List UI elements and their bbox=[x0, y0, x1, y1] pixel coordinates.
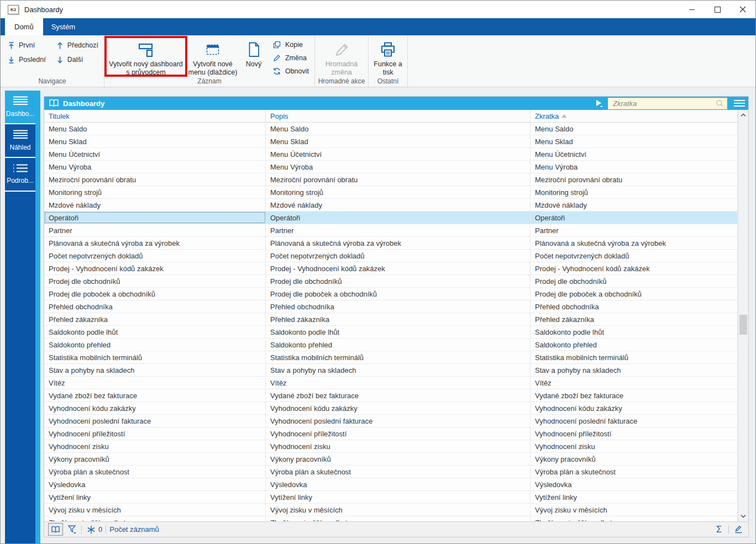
table-cell[interactable]: Vyhodnocení poslední fakturace bbox=[531, 415, 738, 427]
table-cell[interactable]: Meziroční porovnání obratu bbox=[531, 173, 738, 186]
table-cell[interactable]: Operátoři bbox=[44, 212, 266, 224]
table-cell[interactable]: Plánovaná a skutečná výroba za výrobek bbox=[531, 237, 738, 249]
table-cell[interactable]: Vyhodnocení příležitostí bbox=[44, 427, 266, 440]
table-cell[interactable]: Stav a pohyby na skladech bbox=[44, 364, 266, 376]
change-button[interactable]: Změna bbox=[272, 52, 309, 64]
next-button[interactable]: Další bbox=[54, 54, 101, 66]
table-cell[interactable]: Plánovaná a skutečná výroba za výrobek bbox=[44, 237, 266, 249]
table-cell[interactable]: Vyhodnocení zisku bbox=[266, 440, 531, 452]
table-cell[interactable]: Menu Saldo bbox=[266, 123, 531, 135]
table-cell[interactable]: Vývoj zisku v měsících bbox=[266, 504, 531, 516]
table-cell[interactable]: Prodej dle obchodníků bbox=[266, 275, 531, 287]
table-row[interactable]: VýsledovkaVýsledovkaVýsledovka bbox=[44, 478, 738, 491]
table-cell[interactable]: Vývoj zisku v měsících bbox=[531, 504, 738, 516]
first-button[interactable]: První bbox=[5, 39, 48, 51]
vertical-scrollbar[interactable] bbox=[738, 110, 748, 521]
table-row[interactable]: Plánovaná a skutečná výroba za výrobekPl… bbox=[44, 237, 738, 250]
table-cell[interactable]: Vydané zboží bez fakturace bbox=[531, 389, 738, 402]
table-cell[interactable]: Zboží s nejvyšším odbytem bbox=[266, 516, 531, 521]
table-cell[interactable]: Zboží s nejvyšším odbytem bbox=[44, 516, 266, 521]
table-cell[interactable]: Mzdové náklady bbox=[531, 199, 738, 211]
table-row[interactable]: Výroba plán a skutečnostVýroba plán a sk… bbox=[44, 466, 738, 478]
close-button[interactable] bbox=[730, 1, 755, 18]
table-row[interactable]: PartnerPartnerPartner bbox=[44, 224, 738, 237]
table-cell[interactable]: Saldokonto podle lhůt bbox=[44, 326, 266, 338]
copy-button[interactable]: Kopie bbox=[272, 39, 309, 50]
table-cell[interactable]: Menu Sklad bbox=[266, 135, 531, 147]
table-cell[interactable]: Prodej - Vyhodnocení kódů zakázek bbox=[531, 262, 738, 274]
table-row[interactable]: Prodej dle obchodníkůProdej dle obchodní… bbox=[44, 275, 738, 288]
table-cell[interactable]: Statistika mobilních terminálů bbox=[44, 351, 266, 363]
table-row[interactable]: Meziroční porovnání obratuMeziroční poro… bbox=[44, 173, 738, 186]
table-cell[interactable]: Mzdové náklady bbox=[44, 199, 266, 211]
table-row[interactable]: Vyhodnocení příležitostíVyhodnocení příl… bbox=[44, 427, 738, 440]
book-view-toggle[interactable] bbox=[48, 523, 63, 536]
table-cell[interactable]: Výsledovka bbox=[531, 478, 738, 490]
table-cell[interactable]: Vydané zboží bez fakturace bbox=[266, 389, 531, 402]
quick-edit-button[interactable] bbox=[732, 524, 744, 535]
refresh-button[interactable]: Obnovit bbox=[272, 65, 309, 77]
table-cell[interactable]: Počet nepotvrzených dokladů bbox=[531, 250, 738, 262]
minimize-button[interactable] bbox=[679, 1, 705, 18]
table-cell[interactable]: Přehled zákazníka bbox=[531, 313, 738, 325]
table-cell[interactable]: Přehled obchodníka bbox=[531, 300, 738, 313]
scroll-down-button[interactable] bbox=[738, 511, 748, 521]
table-cell[interactable]: Operátoři bbox=[531, 212, 738, 224]
table-cell[interactable]: Vyhodnocení poslední fakturace bbox=[44, 415, 266, 427]
search-input[interactable] bbox=[608, 98, 727, 109]
table-cell[interactable]: Prodej dle obchodníků bbox=[531, 275, 738, 287]
table-cell[interactable]: Menu Účetnictví bbox=[531, 148, 738, 160]
table-cell[interactable]: Prodej dle poboček a obchodníků bbox=[531, 288, 738, 300]
sidebar-item-details[interactable]: Podrob... bbox=[5, 158, 35, 192]
table-cell[interactable]: Prodej dle poboček a obchodníků bbox=[266, 288, 531, 300]
table-cell[interactable]: Monitoring strojů bbox=[266, 186, 531, 198]
table-cell[interactable]: Vyhodnocení kódu zakázky bbox=[531, 402, 738, 414]
sidebar-item-dashboards[interactable]: Dashbo... bbox=[5, 91, 35, 124]
table-cell[interactable]: Prodej dle obchodníků bbox=[44, 275, 266, 287]
table-cell[interactable]: Přehled obchodníka bbox=[266, 300, 531, 313]
table-cell[interactable]: Partner bbox=[266, 224, 531, 236]
create-menu-tiles-button[interactable]: Vytvořit nové menu (dlaždice) bbox=[186, 37, 239, 77]
scroll-up-button[interactable] bbox=[738, 110, 748, 120]
tab-home[interactable]: Domů bbox=[5, 18, 43, 35]
table-cell[interactable]: Vyhodnocení kódu zakázky bbox=[266, 402, 531, 414]
table-cell[interactable]: Přehled zákazníka bbox=[266, 313, 531, 325]
table-row[interactable]: Prodej - Vyhodnocení kódů zakázekProdej … bbox=[44, 262, 738, 275]
sum-button[interactable]: Σ bbox=[713, 525, 725, 534]
table-cell[interactable]: Výroba plán a skutečnost bbox=[531, 466, 738, 478]
table-row[interactable]: Statistika mobilních terminálůStatistika… bbox=[44, 351, 738, 364]
table-cell[interactable]: Menu Výroba bbox=[266, 161, 531, 173]
table-row[interactable]: Monitoring strojůMonitoring strojůMonito… bbox=[44, 186, 738, 199]
table-row[interactable]: Prodej dle poboček a obchodníkůProdej dl… bbox=[44, 288, 738, 300]
column-header-zkratka[interactable]: Zkratka bbox=[531, 110, 738, 122]
table-cell[interactable]: Saldokonto podle lhůt bbox=[531, 326, 738, 338]
table-cell[interactable]: Menu Saldo bbox=[44, 123, 266, 135]
table-cell[interactable]: Monitoring strojů bbox=[44, 186, 266, 198]
table-row[interactable]: Menu SaldoMenu SaldoMenu Saldo bbox=[44, 123, 738, 135]
table-cell[interactable]: Zboží s nejvyšším odbytem bbox=[531, 516, 738, 521]
table-row[interactable]: Zboží s nejvyšším odbytemZboží s nejvyšš… bbox=[44, 516, 738, 521]
table-cell[interactable]: Vítěz bbox=[44, 377, 266, 389]
table-cell[interactable]: Meziroční porovnání obratu bbox=[266, 173, 531, 186]
table-cell[interactable]: Vyhodnocení poslední fakturace bbox=[266, 415, 531, 427]
table-cell[interactable]: Menu Výroba bbox=[44, 161, 266, 173]
filter-button[interactable] bbox=[66, 524, 78, 535]
table-cell[interactable]: Stav a pohyby na skladech bbox=[266, 364, 531, 376]
table-cell[interactable]: Prodej - Vyhodnocení kódů zakázek bbox=[44, 262, 266, 274]
table-row[interactable]: Vytížení linkyVytížení linkyVytížení lin… bbox=[44, 491, 738, 504]
table-cell[interactable]: Saldokonto přehled bbox=[44, 339, 266, 351]
last-button[interactable]: Poslední bbox=[5, 54, 48, 66]
table-cell[interactable]: Operátoři bbox=[266, 212, 531, 224]
table-cell[interactable]: Vytížení linky bbox=[44, 491, 266, 503]
column-header-popis[interactable]: Popis bbox=[266, 110, 531, 122]
functions-print-button[interactable]: Funkce a tisk bbox=[370, 37, 406, 77]
table-cell[interactable]: Vytížení linky bbox=[531, 491, 738, 503]
table-cell[interactable]: Výroba plán a skutečnost bbox=[266, 466, 531, 478]
table-cell[interactable]: Mzdové náklady bbox=[266, 199, 531, 211]
tab-system[interactable]: Systém bbox=[43, 18, 83, 35]
table-row[interactable]: Přehled obchodníkaPřehled obchodníkaPřeh… bbox=[44, 300, 738, 313]
table-row[interactable]: Počet nepotvrzených dokladůPočet nepotvr… bbox=[44, 250, 738, 262]
table-cell[interactable]: Monitoring strojů bbox=[531, 186, 738, 198]
table-cell[interactable]: Menu Účetnictví bbox=[44, 148, 266, 160]
create-dashboard-wizard-button[interactable]: Vytvořit nový dashboard s průvodcem bbox=[107, 37, 185, 77]
